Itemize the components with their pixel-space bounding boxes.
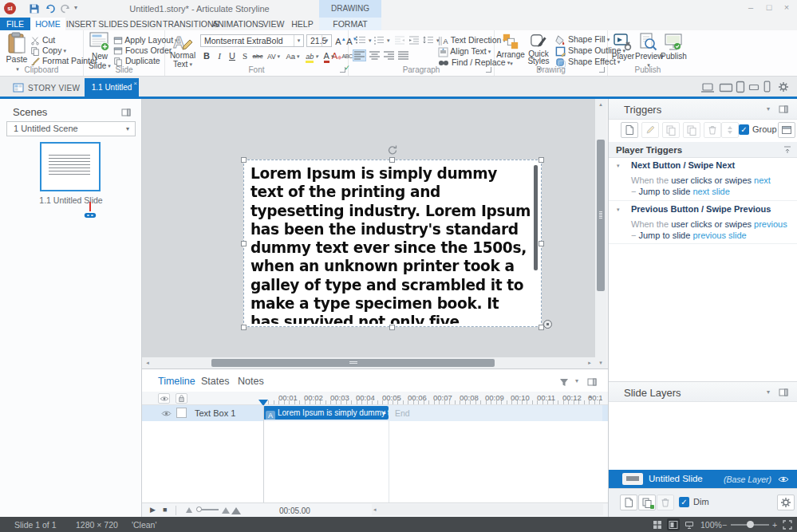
tab-file[interactable]: FILE bbox=[0, 18, 30, 30]
tab-slides[interactable]: SLIDES bbox=[97, 18, 129, 30]
collapse-all-icon[interactable] bbox=[783, 145, 792, 155]
timeline-bar[interactable]: ALorem Ipsum is simply dummy te... ▸ bbox=[263, 406, 389, 420]
scroll-right-icon[interactable]: ▸ bbox=[586, 360, 594, 366]
publish-button[interactable]: Publish bbox=[661, 33, 686, 61]
v-scroll-thumb[interactable] bbox=[597, 140, 605, 291]
device-phone-icon[interactable] bbox=[763, 81, 771, 93]
new-layer-button[interactable] bbox=[620, 495, 637, 510]
align-left-button[interactable] bbox=[353, 49, 366, 61]
resize-handle-nw[interactable] bbox=[241, 157, 247, 163]
redo-button[interactable] bbox=[60, 3, 71, 14]
timeline-h-scrollbar[interactable]: ◂ bbox=[372, 504, 603, 515]
tab-home[interactable]: HOME bbox=[30, 18, 65, 30]
base-layer-row[interactable]: Untitled Slide (Base Layer) bbox=[609, 470, 797, 488]
panel-collapse-icon[interactable] bbox=[121, 108, 131, 117]
selected-textbox[interactable]: Lorem Ipsum is simply dummy text of the … bbox=[243, 160, 542, 327]
minimize-button[interactable]: – bbox=[744, 2, 758, 12]
stop-button[interactable]: ■ bbox=[163, 506, 167, 514]
lock-icon[interactable] bbox=[176, 393, 187, 404]
increase-indent-button[interactable] bbox=[408, 35, 420, 45]
delete-layer-button[interactable] bbox=[657, 495, 674, 510]
tab-view[interactable]: VIEW bbox=[260, 18, 287, 30]
arrange-button[interactable]: Arrange▾ bbox=[496, 33, 525, 68]
tab-transitions[interactable]: TRANSITIONS bbox=[163, 18, 212, 30]
trigger-condition[interactable]: When the user clicks or swipes previous bbox=[631, 219, 787, 229]
decrease-indent-button[interactable] bbox=[394, 35, 405, 45]
story-view-tab[interactable]: STORY VIEW bbox=[13, 80, 80, 96]
trigger-action[interactable]: − Jump to slide next slide bbox=[631, 187, 730, 196]
fit-to-window-icon[interactable] bbox=[783, 520, 792, 530]
slide-view-status-icon[interactable] bbox=[667, 518, 680, 530]
dialog-launcher-icon[interactable] bbox=[486, 67, 491, 73]
dim-checkbox[interactable]: ✓ bbox=[679, 497, 689, 507]
textbox-options-icon[interactable] bbox=[543, 320, 552, 329]
resize-handle-sw[interactable] bbox=[241, 325, 247, 330]
zoom-slider-knob[interactable] bbox=[747, 521, 754, 528]
copy-button[interactable]: Copy▾ bbox=[30, 45, 66, 56]
text-shadow-button[interactable]: S bbox=[239, 50, 251, 62]
scroll-down-icon[interactable]: ▾ bbox=[595, 360, 606, 366]
align-text-button[interactable]: Align Text▾ bbox=[438, 46, 491, 57]
align-center-button[interactable] bbox=[369, 51, 380, 60]
trigger-condition[interactable]: When the user clicks or swipes next bbox=[631, 175, 771, 185]
tab-animations[interactable]: ANIMATIONS bbox=[212, 18, 258, 30]
dialog-launcher-icon[interactable] bbox=[340, 67, 345, 73]
scene-selector[interactable]: 1 Untitled Scene ▾ bbox=[6, 121, 136, 136]
canvas-h-scrollbar[interactable]: ◂ ▸ bbox=[142, 357, 595, 368]
filter-icon[interactable] bbox=[559, 377, 569, 387]
bullets-button[interactable] bbox=[355, 35, 366, 45]
tab-notes[interactable]: Notes bbox=[238, 376, 264, 387]
scroll-up-icon[interactable]: ▴ bbox=[595, 101, 606, 108]
zoom-slider-knob[interactable] bbox=[196, 506, 202, 512]
gear-icon[interactable] bbox=[778, 81, 789, 93]
char-spacing-button[interactable]: AV▾ bbox=[266, 50, 282, 62]
trigger-expand-icon[interactable]: ▾ bbox=[617, 163, 620, 169]
change-case-button[interactable]: Aa▾ bbox=[285, 50, 301, 62]
h-scroll-thumb[interactable] bbox=[211, 359, 495, 367]
timeline-ruler[interactable]: 00:0100:0200:0300:0400:0500:0600:0700:08… bbox=[263, 392, 602, 404]
group-checkbox[interactable]: ✓ bbox=[739, 124, 749, 135]
focus-order-button[interactable]: Focus Order bbox=[113, 45, 172, 56]
device-monitor-icon[interactable] bbox=[719, 83, 733, 93]
layer-gear-button[interactable] bbox=[777, 495, 795, 510]
paste-trigger-button[interactable] bbox=[683, 122, 700, 138]
panel-collapse-icon[interactable] bbox=[779, 104, 788, 114]
resize-handle-w[interactable] bbox=[241, 241, 247, 246]
zoom-in-button[interactable]: + bbox=[772, 520, 777, 530]
row-checkbox[interactable] bbox=[176, 408, 187, 418]
scroll-up-icon[interactable]: ▴ bbox=[589, 393, 592, 400]
trigger-title[interactable]: Previous Button / Swipe Previous bbox=[631, 204, 771, 214]
reorder-trigger-button[interactable] bbox=[721, 122, 739, 138]
align-right-button[interactable] bbox=[384, 51, 394, 60]
strikethrough-button[interactable]: abc bbox=[251, 50, 264, 62]
story-view-status-icon[interactable] bbox=[653, 520, 662, 530]
line-spacing-button[interactable] bbox=[423, 35, 434, 45]
scroll-left-icon[interactable]: ◂ bbox=[144, 360, 152, 366]
bar-expand-icon[interactable]: ▸ bbox=[383, 406, 386, 420]
copy-trigger-button[interactable] bbox=[662, 122, 680, 138]
tab-timeline[interactable]: Timeline bbox=[158, 376, 195, 387]
trigger-action[interactable]: − Jump to slide previous slide bbox=[631, 231, 747, 240]
zoom-in-timeline-icon-2[interactable] bbox=[231, 507, 241, 514]
tab-help[interactable]: HELP bbox=[289, 18, 316, 30]
quick-access-more-button[interactable]: ▾ bbox=[74, 4, 77, 11]
new-slide-button[interactable]: New Slide▾ bbox=[87, 32, 112, 70]
tab-format[interactable]: FORMAT bbox=[319, 18, 381, 30]
zoom-in-timeline-icon[interactable] bbox=[222, 507, 230, 514]
close-button[interactable]: × bbox=[779, 2, 794, 12]
highlight-color-button[interactable]: ab▾ bbox=[304, 50, 320, 62]
new-trigger-button[interactable] bbox=[621, 122, 638, 138]
align-justify-button[interactable] bbox=[398, 51, 408, 60]
font-family-select[interactable]: Montserrat ExtraBold▾ bbox=[200, 34, 304, 47]
resize-handle-ne[interactable] bbox=[539, 157, 544, 163]
eye-icon[interactable] bbox=[158, 393, 170, 404]
canvas-v-scrollbar[interactable]: ▴ ▾ bbox=[595, 99, 606, 368]
font-color-button[interactable]: A▾ bbox=[322, 50, 335, 62]
edit-trigger-button[interactable] bbox=[641, 122, 659, 138]
trigger-title[interactable]: Next Button / Swipe Next bbox=[631, 160, 735, 170]
maximize-button[interactable]: □ bbox=[762, 2, 776, 12]
undo-button[interactable] bbox=[45, 3, 56, 14]
zoom-out-timeline-icon[interactable] bbox=[186, 507, 192, 513]
play-button[interactable]: ▶ bbox=[150, 506, 156, 514]
slide-view-tab[interactable]: 1.1 Untitled Sli... × bbox=[85, 78, 139, 97]
